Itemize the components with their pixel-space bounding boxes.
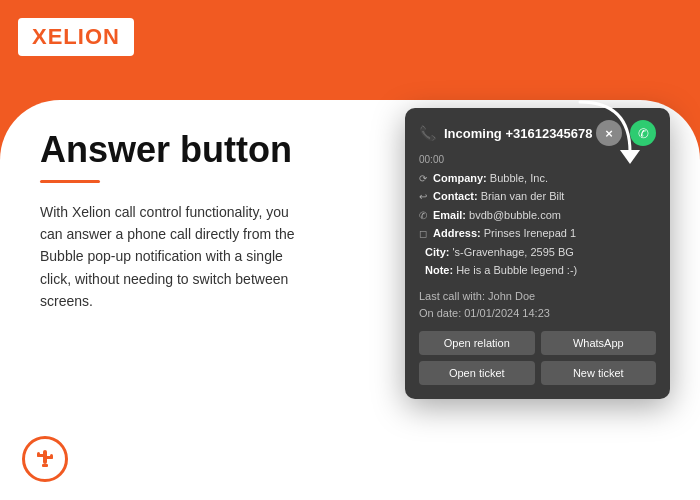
note-text: Note: He is a Bubble legend :-) bbox=[425, 263, 577, 278]
address-text: Address: Prinses Irenepad 1 bbox=[433, 226, 576, 241]
detail-company: ⟳ Company: Bubble, Inc. bbox=[419, 171, 656, 186]
logo-box: XELION bbox=[18, 18, 134, 56]
svg-rect-3 bbox=[37, 452, 40, 457]
answer-icon: ✆ bbox=[638, 126, 649, 141]
whatsapp-button[interactable]: WhatsApp bbox=[541, 331, 657, 355]
svg-rect-6 bbox=[42, 464, 48, 467]
popup-caller: 📞 Incoming +31612345678 bbox=[419, 125, 593, 141]
svg-rect-5 bbox=[50, 454, 53, 459]
description-text: With Xelion call control functionality, … bbox=[40, 201, 310, 313]
detail-address: ◻ Address: Prinses Irenepad 1 bbox=[419, 226, 656, 241]
close-icon: × bbox=[605, 126, 613, 141]
contact-icon: ↩ bbox=[419, 191, 427, 202]
page-title: Answer button bbox=[40, 130, 310, 170]
open-relation-button[interactable]: Open relation bbox=[419, 331, 535, 355]
brand-icon bbox=[22, 436, 68, 482]
popup-header: 📞 Incoming +31612345678 × ✆ bbox=[419, 120, 656, 146]
detail-contact: ↩ Contact: Brian van der Bilt bbox=[419, 189, 656, 204]
logo-area: XELION bbox=[18, 18, 134, 56]
popup-details: ⟳ Company: Bubble, Inc. ↩ Contact: Brian… bbox=[419, 171, 656, 278]
detail-note: Note: He is a Bubble legend :-) bbox=[419, 263, 656, 278]
email-icon: ✆ bbox=[419, 210, 427, 221]
address-icon: ◻ bbox=[419, 228, 427, 239]
detail-city: City: 's-Gravenhage, 2595 BG bbox=[419, 245, 656, 260]
phone-incoming-icon: 📞 bbox=[419, 125, 436, 141]
call-timer: 00:00 bbox=[419, 154, 656, 165]
open-ticket-button[interactable]: Open ticket bbox=[419, 361, 535, 385]
email-text: Email: bvdb@bubble.com bbox=[433, 208, 561, 223]
last-call-line2: On date: 01/01/2024 14:23 bbox=[419, 305, 656, 322]
last-call-line1: Last call with: John Doe bbox=[419, 288, 656, 305]
title-underline bbox=[40, 180, 100, 183]
answer-button[interactable]: ✆ bbox=[630, 120, 656, 146]
last-call-info: Last call with: John Doe On date: 01/01/… bbox=[419, 288, 656, 321]
left-content: Answer button With Xelion call control f… bbox=[40, 130, 310, 313]
company-icon: ⟳ bbox=[419, 173, 427, 184]
new-ticket-button[interactable]: New ticket bbox=[541, 361, 657, 385]
city-text: City: 's-Gravenhage, 2595 BG bbox=[425, 245, 574, 260]
detail-email: ✆ Email: bvdb@bubble.com bbox=[419, 208, 656, 223]
caller-number: Incoming +31612345678 bbox=[444, 126, 593, 141]
popup-controls: × ✆ bbox=[596, 120, 656, 146]
popup-action-buttons: Open relation WhatsApp Open ticket New t… bbox=[419, 331, 656, 385]
contact-text: Contact: Brian van der Bilt bbox=[433, 189, 564, 204]
logo-text: XELION bbox=[32, 24, 120, 49]
notification-popup: 📞 Incoming +31612345678 × ✆ 00:00 ⟳ Comp… bbox=[405, 108, 670, 399]
close-button[interactable]: × bbox=[596, 120, 622, 146]
company-text: Company: Bubble, Inc. bbox=[433, 171, 548, 186]
